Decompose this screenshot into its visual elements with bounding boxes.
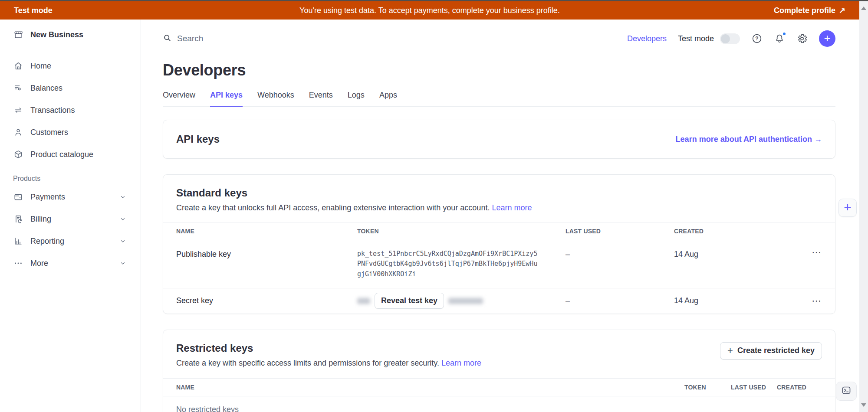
search-input[interactable] <box>177 34 325 43</box>
row-menu-button[interactable]: ⋯ <box>798 298 822 303</box>
empty-state-message: No restricted keys <box>163 396 835 412</box>
notifications-button[interactable] <box>774 33 785 44</box>
tab-events[interactable]: Events <box>309 91 333 106</box>
column-header-name: NAME <box>176 384 684 391</box>
chevron-down-icon <box>120 238 126 244</box>
last-used-value: – <box>566 250 674 259</box>
tab-webhooks[interactable]: Webhooks <box>257 91 294 106</box>
column-header-created: CREATED <box>674 228 798 235</box>
sidebar-item-label: Payments <box>30 193 65 202</box>
sidebar-item-label: Billing <box>30 215 51 224</box>
standard-keys-title: Standard keys <box>176 187 822 199</box>
tab-apps[interactable]: Apps <box>379 91 397 106</box>
scrollbar[interactable] <box>859 1 868 412</box>
key-name: Secret key <box>176 296 357 305</box>
row-menu-button[interactable]: ⋯ <box>798 250 822 255</box>
create-restricted-key-button[interactable]: +Create restricted key <box>720 342 822 360</box>
external-arrow-icon: ↗ <box>839 6 845 15</box>
notification-dot <box>782 32 786 36</box>
complete-profile-link[interactable]: Complete profile↗ <box>774 6 845 15</box>
sidebar-item-customers[interactable]: Customers <box>13 123 141 141</box>
create-menu-button[interactable]: + <box>819 30 835 47</box>
sidebar-item-label: Product catalogue <box>30 150 93 159</box>
reporting-chart-icon <box>13 236 23 246</box>
search-icon <box>163 33 172 44</box>
plus-icon: + <box>727 346 733 356</box>
app-frame: New Business Home Balances <box>0 20 859 412</box>
transactions-icon <box>13 105 23 115</box>
business-switcher[interactable]: New Business <box>13 30 141 39</box>
chevron-down-icon <box>120 260 126 266</box>
api-keys-header-card: API keys Learn more about API authentica… <box>163 120 835 159</box>
sidebar: New Business Home Balances <box>0 20 141 412</box>
sidebar-item-more[interactable]: More <box>13 254 141 272</box>
redacted-token-blob <box>357 298 370 304</box>
sidebar-item-home[interactable]: Home <box>13 57 141 75</box>
created-value: 14 Aug <box>674 296 798 305</box>
svg-text:?: ? <box>755 36 758 42</box>
sidebar-item-product-catalogue[interactable]: Product catalogue <box>13 145 141 163</box>
banner-test-mode-label: Test mode <box>14 6 53 15</box>
tab-api-keys[interactable]: API keys <box>210 91 243 107</box>
sidebar-item-transactions[interactable]: Transactions <box>13 101 141 119</box>
test-mode-toggle[interactable] <box>720 33 740 44</box>
balances-icon <box>13 83 23 93</box>
reveal-test-key-button[interactable]: Reveal test key <box>375 293 444 309</box>
column-header-last-used: LAST USED <box>566 228 674 235</box>
developers-link[interactable]: Developers <box>627 34 667 43</box>
api-keys-title: API keys <box>176 133 220 145</box>
topbar-actions: Developers Test mode ? <box>627 30 835 47</box>
publishable-key-token[interactable]: pk_test_51PnbcrC5LyRxdCQjaDzgAmOFi9XrBC1… <box>357 249 539 279</box>
restricted-keys-header: Restricted keys Create a key with specif… <box>163 330 835 378</box>
chevron-down-icon <box>120 216 126 222</box>
quick-add-button[interactable]: + <box>838 199 857 217</box>
last-used-value: – <box>566 296 674 305</box>
storefront-icon <box>13 30 23 39</box>
business-name: New Business <box>30 30 83 39</box>
table-row-publishable-key: Publishable key pk_test_51PnbcrC5LyRxdCQ… <box>163 240 835 288</box>
redacted-token-blob <box>448 298 483 304</box>
standard-keys-card: Standard keys Create a key that unlocks … <box>163 174 835 314</box>
standard-keys-description: Create a key that unlocks full API acces… <box>176 203 822 213</box>
page-title: Developers <box>163 61 835 79</box>
column-header-created: CREATED <box>777 384 822 391</box>
restricted-keys-learn-more-link[interactable]: Learn more <box>441 359 481 367</box>
restricted-keys-card: Restricted keys Create a key with specif… <box>163 330 835 412</box>
table-row-secret-key: Secret key Reveal test key – 14 Aug ⋯ <box>163 288 835 314</box>
home-icon <box>13 61 23 71</box>
customers-icon <box>13 128 23 137</box>
restricted-keys-title: Restricted keys <box>176 342 481 354</box>
payments-wallet-icon <box>13 192 23 202</box>
sidebar-item-balances[interactable]: Balances <box>13 79 141 97</box>
more-dots-icon <box>13 258 23 268</box>
sidebar-item-label: Reporting <box>30 237 64 246</box>
plus-icon: + <box>844 201 852 214</box>
scroll-up-arrow-icon[interactable] <box>861 7 866 10</box>
topbar: Developers Test mode ? <box>163 29 835 48</box>
sidebar-item-label: Balances <box>30 84 62 93</box>
window-top-edge <box>0 0 868 1</box>
banner-message: You're using test data. To accept paymen… <box>299 6 560 15</box>
sidebar-section-products: Products <box>13 175 141 183</box>
sidebar-item-label: Transactions <box>30 106 75 115</box>
sidebar-item-label: Home <box>30 62 51 71</box>
column-header-token: TOKEN <box>357 228 566 235</box>
api-auth-learn-more-link[interactable]: Learn more about API authentication → <box>676 135 822 144</box>
help-button[interactable]: ? <box>751 33 763 44</box>
standard-keys-learn-more-link[interactable]: Learn more <box>492 203 532 212</box>
sidebar-item-label: Customers <box>30 128 68 137</box>
tab-logs[interactable]: Logs <box>348 91 365 106</box>
sidebar-item-payments[interactable]: Payments <box>13 188 141 206</box>
sidebar-item-reporting[interactable]: Reporting <box>13 232 141 250</box>
product-box-icon <box>13 150 23 159</box>
restricted-keys-table-header: NAME TOKEN LAST USED CREATED <box>163 378 835 396</box>
tab-overview[interactable]: Overview <box>163 91 195 106</box>
tab-bar: Overview API keys Webhooks Events Logs A… <box>163 91 835 107</box>
sidebar-item-billing[interactable]: Billing <box>13 210 141 228</box>
developer-console-button[interactable] <box>836 382 857 401</box>
toggle-knob <box>721 34 730 43</box>
scroll-down-arrow-icon[interactable] <box>861 403 866 407</box>
settings-button[interactable] <box>796 33 808 44</box>
key-name: Publishable key <box>176 250 357 259</box>
search-bar[interactable] <box>163 33 345 44</box>
